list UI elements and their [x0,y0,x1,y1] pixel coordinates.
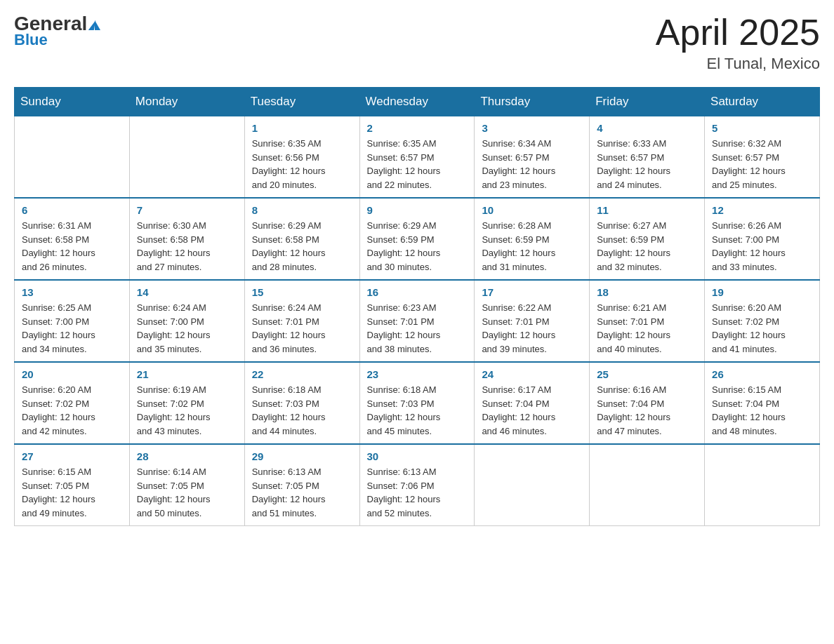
day-info: Sunrise: 6:35 AMSunset: 6:56 PMDaylight:… [252,137,352,192]
calendar-cell: 3Sunrise: 6:34 AMSunset: 6:57 PMDaylight… [475,116,590,199]
calendar-cell [15,116,130,199]
calendar-cell: 22Sunrise: 6:18 AMSunset: 7:03 PMDayligh… [244,362,359,444]
calendar-cell [705,444,820,526]
weekday-header-wednesday: Wednesday [359,88,475,116]
day-info: Sunrise: 6:26 AMSunset: 7:00 PMDaylight:… [712,219,812,274]
calendar-cell: 4Sunrise: 6:33 AMSunset: 6:57 PMDaylight… [590,116,705,199]
calendar-cell: 23Sunrise: 6:18 AMSunset: 7:03 PMDayligh… [359,362,475,444]
calendar-cell: 1Sunrise: 6:35 AMSunset: 6:56 PMDaylight… [244,116,359,199]
weekday-header-thursday: Thursday [475,88,590,116]
day-number: 6 [22,204,122,216]
calendar-cell: 18Sunrise: 6:21 AMSunset: 7:01 PMDayligh… [590,280,705,362]
calendar-cell: 2Sunrise: 6:35 AMSunset: 6:57 PMDaylight… [359,116,475,199]
day-info: Sunrise: 6:27 AMSunset: 6:59 PMDaylight:… [597,219,697,274]
calendar-week-row: 27Sunrise: 6:15 AMSunset: 7:05 PMDayligh… [15,444,820,526]
calendar-cell: 10Sunrise: 6:28 AMSunset: 6:59 PMDayligh… [475,198,590,280]
calendar-week-row: 6Sunrise: 6:31 AMSunset: 6:58 PMDaylight… [15,198,820,280]
day-number: 21 [137,368,237,380]
title-section: April 2025 El Tunal, Mexico [656,14,820,73]
day-info: Sunrise: 6:33 AMSunset: 6:57 PMDaylight:… [597,137,697,192]
day-number: 19 [712,286,812,298]
calendar-cell: 26Sunrise: 6:15 AMSunset: 7:04 PMDayligh… [705,362,820,444]
day-number: 26 [712,368,812,380]
day-number: 23 [367,368,468,380]
day-number: 2 [367,122,468,134]
calendar-cell: 15Sunrise: 6:24 AMSunset: 7:01 PMDayligh… [244,280,359,362]
day-number: 28 [137,450,237,462]
day-info: Sunrise: 6:17 AMSunset: 7:04 PMDaylight:… [482,383,582,438]
calendar-cell: 12Sunrise: 6:26 AMSunset: 7:00 PMDayligh… [705,198,820,280]
day-info: Sunrise: 6:20 AMSunset: 7:02 PMDaylight:… [22,383,122,438]
day-number: 17 [482,286,582,298]
calendar-cell: 8Sunrise: 6:29 AMSunset: 6:58 PMDaylight… [244,198,359,280]
day-number: 7 [137,204,237,216]
calendar-week-row: 1Sunrise: 6:35 AMSunset: 6:56 PMDaylight… [15,116,820,199]
calendar-cell: 11Sunrise: 6:27 AMSunset: 6:59 PMDayligh… [590,198,705,280]
day-number: 16 [367,286,468,298]
calendar-cell: 25Sunrise: 6:16 AMSunset: 7:04 PMDayligh… [590,362,705,444]
day-info: Sunrise: 6:18 AMSunset: 7:03 PMDaylight:… [367,383,468,438]
day-number: 30 [367,450,468,462]
day-info: Sunrise: 6:29 AMSunset: 6:59 PMDaylight:… [367,219,468,274]
calendar-cell: 30Sunrise: 6:13 AMSunset: 7:06 PMDayligh… [359,444,475,526]
day-number: 4 [597,122,697,134]
day-number: 12 [712,204,812,216]
calendar-table: SundayMondayTuesdayWednesdayThursdayFrid… [14,87,820,526]
calendar-cell: 19Sunrise: 6:20 AMSunset: 7:02 PMDayligh… [705,280,820,362]
calendar-header-row: SundayMondayTuesdayWednesdayThursdayFrid… [15,88,820,116]
calendar-cell: 24Sunrise: 6:17 AMSunset: 7:04 PMDayligh… [475,362,590,444]
calendar-cell: 21Sunrise: 6:19 AMSunset: 7:02 PMDayligh… [129,362,244,444]
day-number: 25 [597,368,697,380]
day-number: 3 [482,122,582,134]
day-number: 10 [482,204,582,216]
day-number: 5 [712,122,812,134]
day-info: Sunrise: 6:18 AMSunset: 7:03 PMDaylight:… [252,383,352,438]
day-info: Sunrise: 6:19 AMSunset: 7:02 PMDaylight:… [137,383,237,438]
day-number: 13 [22,286,122,298]
day-number: 24 [482,368,582,380]
day-info: Sunrise: 6:21 AMSunset: 7:01 PMDaylight:… [597,301,697,356]
day-number: 18 [597,286,697,298]
calendar-cell [590,444,705,526]
calendar-cell: 28Sunrise: 6:14 AMSunset: 7:05 PMDayligh… [129,444,244,526]
weekday-header-friday: Friday [590,88,705,116]
day-info: Sunrise: 6:22 AMSunset: 7:01 PMDaylight:… [482,301,582,356]
day-info: Sunrise: 6:23 AMSunset: 7:01 PMDaylight:… [367,301,468,356]
day-number: 14 [137,286,237,298]
day-info: Sunrise: 6:16 AMSunset: 7:04 PMDaylight:… [597,383,697,438]
day-info: Sunrise: 6:28 AMSunset: 6:59 PMDaylight:… [482,219,582,274]
day-info: Sunrise: 6:34 AMSunset: 6:57 PMDaylight:… [482,137,582,192]
page-header: General Blue April 2025 El Tunal, Mexico [14,14,820,73]
calendar-cell: 13Sunrise: 6:25 AMSunset: 7:00 PMDayligh… [15,280,130,362]
day-info: Sunrise: 6:32 AMSunset: 6:57 PMDaylight:… [712,137,812,192]
calendar-cell: 7Sunrise: 6:30 AMSunset: 6:58 PMDaylight… [129,198,244,280]
day-number: 20 [22,368,122,380]
day-number: 8 [252,204,352,216]
day-number: 9 [367,204,468,216]
weekday-header-sunday: Sunday [15,88,130,116]
calendar-cell [129,116,244,199]
calendar-cell: 20Sunrise: 6:20 AMSunset: 7:02 PMDayligh… [15,362,130,444]
day-info: Sunrise: 6:15 AMSunset: 7:04 PMDaylight:… [712,383,812,438]
day-info: Sunrise: 6:30 AMSunset: 6:58 PMDaylight:… [137,219,237,274]
location-title: El Tunal, Mexico [656,55,820,73]
day-number: 11 [597,204,697,216]
day-number: 15 [252,286,352,298]
day-info: Sunrise: 6:13 AMSunset: 7:06 PMDaylight:… [367,465,468,520]
day-info: Sunrise: 6:24 AMSunset: 7:01 PMDaylight:… [252,301,352,356]
calendar-cell: 14Sunrise: 6:24 AMSunset: 7:00 PMDayligh… [129,280,244,362]
weekday-header-monday: Monday [129,88,244,116]
calendar-cell: 17Sunrise: 6:22 AMSunset: 7:01 PMDayligh… [475,280,590,362]
calendar-week-row: 13Sunrise: 6:25 AMSunset: 7:00 PMDayligh… [15,280,820,362]
day-info: Sunrise: 6:31 AMSunset: 6:58 PMDaylight:… [22,219,122,274]
day-info: Sunrise: 6:15 AMSunset: 7:05 PMDaylight:… [22,465,122,520]
calendar-cell: 16Sunrise: 6:23 AMSunset: 7:01 PMDayligh… [359,280,475,362]
day-info: Sunrise: 6:24 AMSunset: 7:00 PMDaylight:… [137,301,237,356]
day-info: Sunrise: 6:13 AMSunset: 7:05 PMDaylight:… [252,465,352,520]
weekday-header-tuesday: Tuesday [244,88,359,116]
day-info: Sunrise: 6:20 AMSunset: 7:02 PMDaylight:… [712,301,812,356]
calendar-week-row: 20Sunrise: 6:20 AMSunset: 7:02 PMDayligh… [15,362,820,444]
day-number: 29 [252,450,352,462]
day-info: Sunrise: 6:29 AMSunset: 6:58 PMDaylight:… [252,219,352,274]
calendar-cell: 5Sunrise: 6:32 AMSunset: 6:57 PMDaylight… [705,116,820,199]
